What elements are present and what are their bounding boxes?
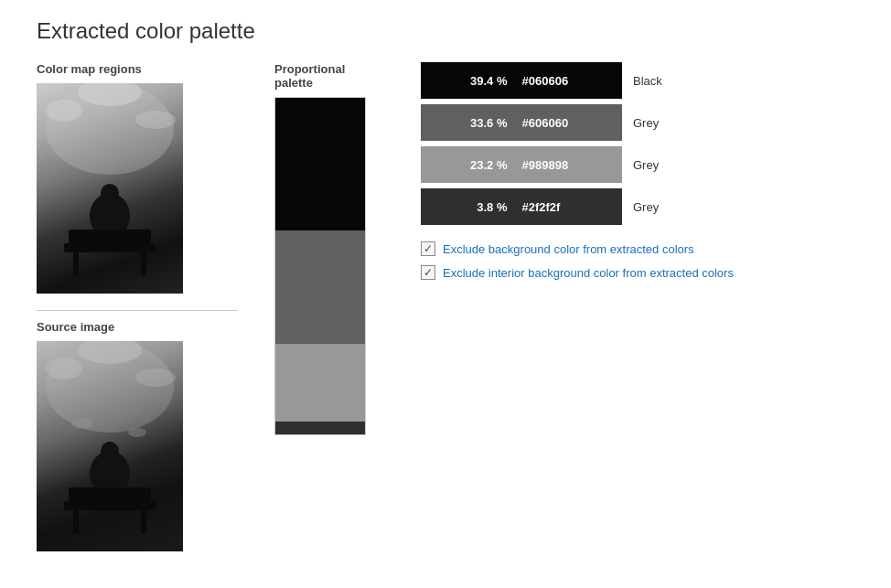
svg-rect-23 [141, 510, 146, 533]
checkbox-icon[interactable]: ✓ [421, 265, 435, 280]
palette-percent: 3.8 % [457, 200, 508, 214]
svg-rect-5 [64, 243, 156, 252]
source-image-svg [37, 341, 183, 542]
source-image-label: Source image [37, 320, 238, 334]
middle-column: Proportional palette [274, 62, 384, 435]
palette-percent: 23.2 % [457, 158, 508, 172]
checkbox-label: Exclude interior background color from e… [443, 266, 734, 280]
checkbox-icon[interactable]: ✓ [421, 241, 435, 256]
left-column: Color map regions [37, 62, 238, 551]
proportional-palette-label: Proportional palette [274, 62, 384, 90]
svg-point-17 [128, 428, 146, 437]
page-title: Extracted color palette [37, 18, 854, 44]
color-map-label: Color map regions [37, 62, 238, 76]
source-image [37, 341, 183, 551]
palette-color-name: Grey [633, 200, 688, 214]
palette-hex: #2f2f2f [522, 200, 586, 214]
palette-percent: 33.6 % [457, 116, 508, 130]
color-map-svg [37, 83, 183, 284]
palette-row: 23.2 %#989898Grey [421, 146, 854, 183]
palette-swatch: 39.4 %#060606 [421, 62, 622, 99]
right-column: 39.4 %#060606Black33.6 %#606060Grey23.2 … [421, 62, 854, 280]
svg-point-14 [135, 369, 176, 387]
svg-point-16 [71, 418, 93, 429]
bar-segment [275, 344, 365, 422]
palette-color-name: Grey [633, 158, 688, 172]
palette-hex: #989898 [522, 158, 586, 172]
svg-rect-22 [73, 510, 79, 533]
svg-rect-6 [73, 252, 79, 275]
checkbox-row[interactable]: ✓Exclude background color from extracted… [421, 241, 854, 256]
checkbox-label: Exclude background color from extracted … [443, 242, 694, 256]
proportional-bar [274, 97, 366, 435]
bar-segment [275, 230, 365, 344]
palette-color-name: Grey [633, 116, 688, 130]
palette-percent: 39.4 % [457, 74, 508, 88]
bar-segment [275, 422, 365, 434]
palette-hex: #060606 [522, 74, 586, 88]
color-map-image [37, 83, 183, 294]
svg-point-19 [101, 442, 119, 460]
svg-point-3 [101, 184, 119, 202]
checkbox-row[interactable]: ✓Exclude interior background color from … [421, 265, 854, 280]
palette-swatch: 33.6 %#606060 [421, 104, 622, 141]
divider [37, 310, 238, 311]
palette-color-name: Black [633, 74, 688, 88]
palette-hex: #606060 [522, 116, 586, 130]
main-layout: Color map regions [37, 62, 854, 551]
svg-point-9 [135, 111, 176, 129]
palette-row: 3.8 %#2f2f2fGrey [421, 188, 854, 225]
palette-row: 39.4 %#060606Black [421, 62, 854, 99]
palette-swatch: 3.8 %#2f2f2f [421, 188, 622, 225]
bar-segment [275, 98, 365, 230]
palette-swatch: 23.2 %#989898 [421, 146, 622, 183]
svg-rect-21 [64, 501, 156, 510]
palette-row: 33.6 %#606060Grey [421, 104, 854, 141]
svg-point-8 [46, 100, 82, 122]
svg-point-13 [46, 358, 82, 380]
svg-rect-7 [141, 252, 146, 275]
